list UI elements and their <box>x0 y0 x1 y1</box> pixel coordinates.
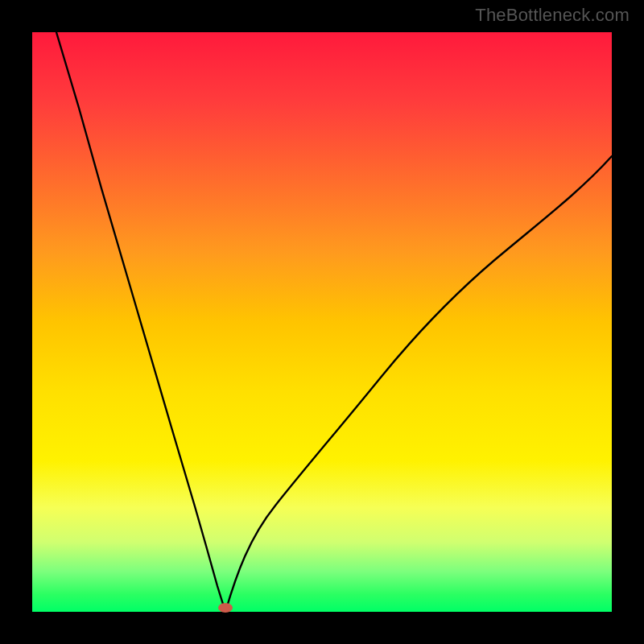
minimum-marker <box>218 603 233 613</box>
curve-left-branch <box>56 32 225 612</box>
chart-frame: TheBottleneck.com <box>0 0 644 644</box>
watermark-text: TheBottleneck.com <box>475 5 630 26</box>
chart-overlay <box>32 32 612 612</box>
curve-right-branch <box>225 156 612 612</box>
